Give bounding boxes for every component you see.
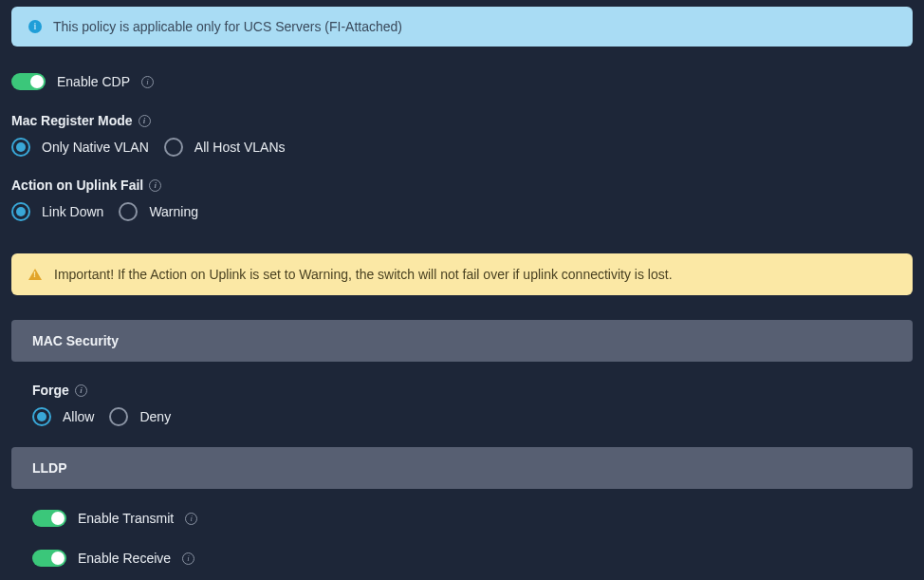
forge-text: Forge xyxy=(32,383,69,398)
help-icon[interactable] xyxy=(139,115,151,127)
forge-label: Forge xyxy=(32,383,913,398)
lldp-transmit-row: Enable Transmit xyxy=(32,510,913,527)
forge-options: Allow Deny xyxy=(32,407,913,426)
radio-forge-deny-label: Deny xyxy=(139,409,171,424)
radio-all-host-vlans-label: All Host VLANs xyxy=(194,140,286,155)
help-icon[interactable] xyxy=(75,384,87,397)
mac-register-mode-text: Mac Register Mode xyxy=(11,113,133,128)
radio-all-host-vlans[interactable] xyxy=(164,138,183,157)
warning-banner-text: Important! If the Action on Uplink is se… xyxy=(54,267,673,282)
radio-forge-allow[interactable] xyxy=(32,407,51,426)
help-icon[interactable] xyxy=(141,76,154,88)
radio-forge-deny[interactable] xyxy=(109,407,128,426)
help-icon[interactable] xyxy=(182,552,194,565)
info-icon xyxy=(28,20,42,33)
action-uplink-fail-label: Action on Uplink Fail xyxy=(11,178,913,193)
enable-cdp-toggle[interactable] xyxy=(11,73,46,90)
lldp-header: LLDP xyxy=(11,447,913,489)
radio-warning-label: Warning xyxy=(149,204,198,219)
mac-register-mode-options: Only Native VLAN All Host VLANs xyxy=(11,138,913,157)
mac-security-header: MAC Security xyxy=(11,320,913,362)
lldp-receive-toggle[interactable] xyxy=(32,550,66,567)
lldp-body: Enable Transmit Enable Receive xyxy=(11,510,913,567)
mac-security-title: MAC Security xyxy=(32,333,119,348)
enable-cdp-label: Enable CDP xyxy=(57,74,130,89)
lldp-receive-row: Enable Receive xyxy=(32,550,913,567)
radio-link-down-label: Link Down xyxy=(42,204,103,219)
radio-warning[interactable] xyxy=(119,202,138,221)
mac-security-body: Forge Allow Deny xyxy=(11,383,913,426)
lldp-receive-label: Enable Receive xyxy=(78,551,171,566)
lldp-transmit-label: Enable Transmit xyxy=(78,511,174,526)
radio-only-native-vlan-label: Only Native VLAN xyxy=(42,140,149,155)
help-icon[interactable] xyxy=(149,179,161,192)
action-uplink-fail-options: Link Down Warning xyxy=(11,202,913,221)
radio-forge-allow-label: Allow xyxy=(63,409,94,424)
info-banner-text: This policy is applicable only for UCS S… xyxy=(53,19,402,34)
radio-link-down[interactable] xyxy=(11,202,30,221)
warning-banner: Important! If the Action on Uplink is se… xyxy=(11,253,913,295)
help-icon[interactable] xyxy=(185,513,197,525)
radio-only-native-vlan[interactable] xyxy=(11,138,30,157)
info-banner: This policy is applicable only for UCS S… xyxy=(11,7,913,47)
enable-cdp-row: Enable CDP xyxy=(11,73,913,90)
action-uplink-fail-text: Action on Uplink Fail xyxy=(11,178,143,193)
lldp-transmit-toggle[interactable] xyxy=(32,510,66,527)
warning-icon xyxy=(28,269,42,280)
lldp-title: LLDP xyxy=(32,460,67,476)
mac-register-mode-label: Mac Register Mode xyxy=(11,113,913,128)
